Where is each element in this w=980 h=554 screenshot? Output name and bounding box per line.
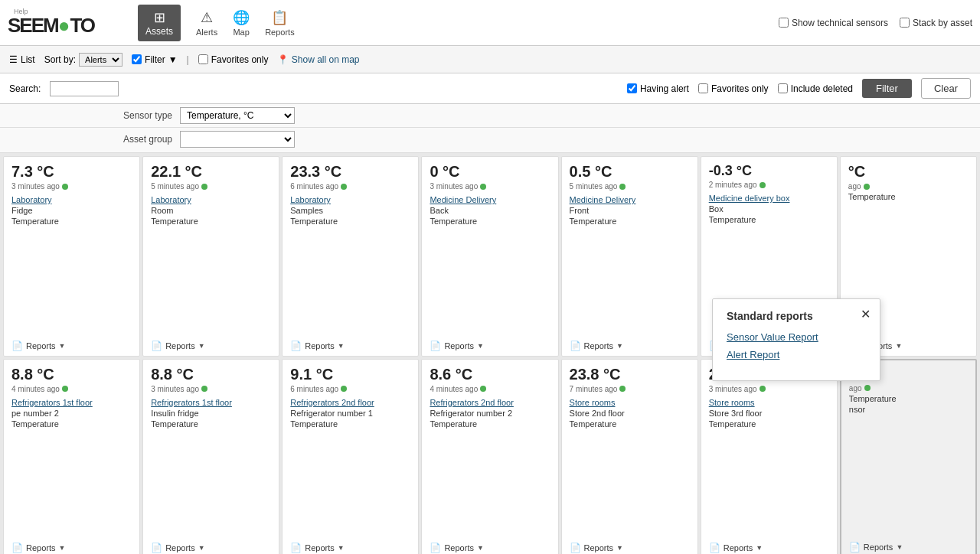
card-1-type: Temperature [11,217,132,226]
popup-close-button[interactable]: ✕ [861,307,871,321]
card-3-reports-label: Reports [305,341,335,350]
sensor-type-row: Sensor type Temperature, °C [0,104,980,128]
include-deleted-checkbox[interactable] [778,83,788,93]
card-5-reports-label: Reports [584,341,614,350]
having-alert-checkbox[interactable] [627,83,637,93]
card-3-reports-btn[interactable]: 📄 Reports ▼ [290,336,410,351]
card-r2-1-reports-btn[interactable]: 📄 Reports ▼ [11,538,132,553]
card-r2-2-location[interactable]: Refrigerators 1st floor [151,398,271,407]
card-r2-4-reports-btn[interactable]: 📄 Reports ▼ [430,538,550,553]
filter-checkbox[interactable] [132,54,142,64]
card-r2-3-reports-btn[interactable]: 📄 Reports ▼ [290,538,410,553]
filter-button[interactable]: Filter [862,79,912,98]
card-3-location[interactable]: Laboratory [290,195,410,204]
card-r2-3-location[interactable]: Refrigerators 2nd floor [290,398,410,407]
card-r2-5-sublocation: Store 2nd floor [570,409,690,418]
card-5-sublocation: Front [570,206,690,215]
card-7-type: Temperature [848,192,969,201]
card-r2-4-value: 8.6 °C [430,366,550,383]
assets-icon: ⊞ [154,9,165,26]
map-label: Map [233,28,249,37]
card-2-status [201,184,207,190]
assets-button[interactable]: ⊞ Assets [138,5,181,41]
card-r2-6-reports-label: Reports [724,543,753,552]
stack-by-asset-label[interactable]: Stack by asset [900,18,972,28]
card-4-report-icon: 📄 [430,341,441,351]
card-6-value: -0.3 °C [709,163,829,179]
sort-select[interactable]: Alerts [79,53,122,67]
card-3-dropdown-arrow: ▼ [338,342,345,350]
favorites-only-label[interactable]: Favorites only [198,54,269,65]
card-r2-5-type: Temperature [570,419,690,429]
card-r2-5-location[interactable]: Store rooms [570,398,690,407]
card-r2-2-reports-btn[interactable]: 📄 Reports ▼ [151,538,271,553]
logo-area: Help SEEM●TO [8,8,130,37]
card-r2-3-value: 9.1 °C [290,366,410,383]
asset-group-select[interactable] [180,131,295,148]
search-favorites-only-label[interactable]: Favorites only [698,83,769,94]
reports-icon: 📋 [271,9,288,26]
sort-by-area: Sort by: Alerts [44,53,122,67]
card-4-location[interactable]: Medicine Delivery [430,195,550,204]
include-deleted-label[interactable]: Include deleted [778,83,853,94]
card-3-value: 23.3 °C [290,163,410,181]
filter-checkbox-label[interactable]: Filter ▼ [132,54,178,65]
nav-alerts[interactable]: ⚠ Alerts [196,9,217,37]
search-label: Search: [9,83,41,94]
card-r2-6: 21.1 °C 3 minutes ago Store rooms Store … [701,359,838,555]
card-r2-1-sublocation: pe number 2 [11,409,132,418]
card-r2-2-dropdown-arrow: ▼ [198,544,205,552]
sensor-value-report-link[interactable]: Sensor Value Report [727,331,866,343]
show-technical-sensors-checkbox[interactable] [779,18,789,28]
logo: SEEM●TO [8,14,94,37]
search-favorites-only-checkbox[interactable] [698,83,708,93]
card-5-location[interactable]: Medicine Delivery [570,195,690,204]
card-4-type: Temperature [430,217,550,226]
stack-by-asset-checkbox[interactable] [900,18,910,28]
asset-group-row: Asset group [0,128,980,153]
card-6-location[interactable]: Medicine delivery box [709,194,829,203]
card-2-location[interactable]: Laboratory [151,195,271,204]
card-r2-4-time: 4 minutes ago [430,385,550,393]
card-r2-1-location[interactable]: Refrigerators 1st floor [11,398,132,407]
card-5-reports-btn[interactable]: 📄 Reports ▼ [570,336,690,351]
reports-popup: ✕ Standard reports Sensor Value Report A… [712,298,880,381]
card-r2-7-dropdown-arrow: ▼ [896,543,903,551]
card-r2-7-partial: °C ago Temperature nsor 📄 Reports ▼ [840,359,977,555]
alert-report-link[interactable]: Alert Report [727,349,866,360]
card-r2-2-status [201,386,207,392]
sensor-type-select[interactable]: Temperature, °C [180,107,295,124]
card-r2-6-location[interactable]: Store rooms [709,398,829,407]
top-nav: Help SEEM●TO ⊞ Assets ⚠ Alerts 🌐 Map 📋 R… [0,0,980,46]
top-right-options: Show technical sensors Stack by asset [779,18,972,28]
card-4-reports-btn[interactable]: 📄 Reports ▼ [430,336,550,351]
card-r2-7-report-icon: 📄 [849,542,861,552]
clear-button[interactable]: Clear [921,78,971,99]
show-technical-sensors-label[interactable]: Show technical sensors [779,18,888,28]
stack-by-asset-text: Stack by asset [913,18,972,28]
show-technical-sensors-text: Show technical sensors [792,18,888,28]
sensor-type-label: Sensor type [107,110,172,121]
card-r2-6-reports-btn[interactable]: 📄 Reports ▼ [709,538,829,553]
card-r2-6-dropdown-arrow: ▼ [756,544,763,552]
nav-reports[interactable]: 📋 Reports [265,9,295,37]
card-r2-7-reports-btn[interactable]: 📄 Reports ▼ [849,537,968,552]
popup-title: Standard reports [727,310,866,322]
card-5-time: 5 minutes ago [570,182,690,191]
favorites-only-checkbox[interactable] [198,54,208,64]
having-alert-label[interactable]: Having alert [627,83,689,94]
card-r2-5-dropdown-arrow: ▼ [616,544,623,552]
card-r2-4-location[interactable]: Refrigerators 2nd floor [430,398,550,407]
card-1-location[interactable]: Laboratory [11,195,132,204]
card-1-reports-btn[interactable]: 📄 Reports ▼ [11,336,132,351]
card-r2-6-time: 3 minutes ago [709,385,829,393]
card-7-status [864,184,870,190]
card-r2-5-reports-btn[interactable]: 📄 Reports ▼ [570,538,690,553]
card-2-reports-btn[interactable]: 📄 Reports ▼ [151,336,271,351]
card-1-time: 3 minutes ago [11,182,132,191]
nav-map[interactable]: 🌐 Map [233,9,250,37]
alerts-icon: ⚠ [201,9,213,26]
search-input[interactable] [50,81,119,96]
show-all-on-map-link[interactable]: 📍 Show all on map [277,54,359,65]
card-2: 22.1 °C 5 minutes ago Laboratory Room Te… [142,156,279,357]
